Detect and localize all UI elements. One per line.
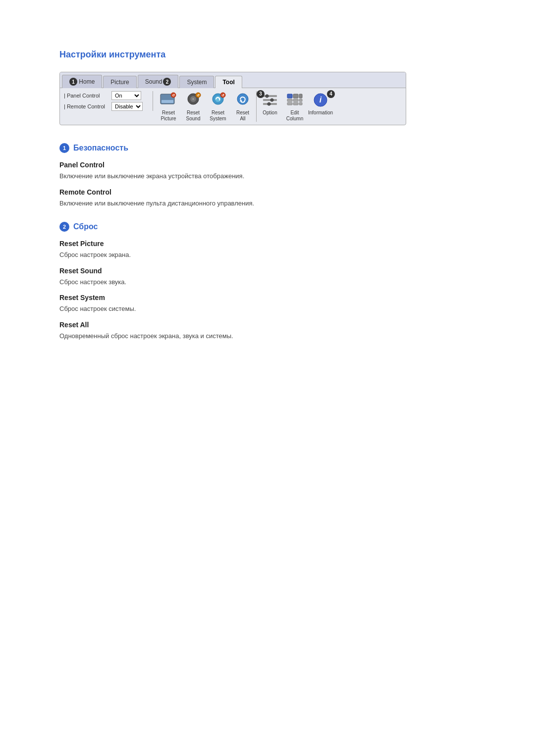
reset-sound-label: ResetSound xyxy=(186,110,201,122)
toolbar-body: | Panel Control On Off | Remote Control … xyxy=(60,88,406,125)
reset-sound-icon: ↺ xyxy=(184,91,202,109)
section-security: 1 Безопасность Panel Control Включение и… xyxy=(59,143,476,208)
reset-system-text: Сброс настроек системы. xyxy=(59,304,476,314)
badge-2: 2 xyxy=(163,78,171,86)
toolbar: 1 Home Picture Sound2 System Tool | Pane… xyxy=(59,72,406,125)
information-button[interactable]: 4 i Information xyxy=(308,91,333,116)
subsection-reset-picture: Reset Picture Сброс настроек экрана. xyxy=(59,240,476,260)
remote-control-row: | Remote Control Disable Enable xyxy=(64,102,149,111)
svg-rect-27 xyxy=(287,102,292,105)
svg-rect-26 xyxy=(299,99,302,101)
edit-column-button[interactable]: EditColumn xyxy=(283,91,306,122)
remote-control-text: Включение или выключение пульта дистанци… xyxy=(59,199,476,208)
reset-system-button[interactable]: ↺ ResetSystem xyxy=(207,91,229,122)
tab-tool[interactable]: Tool xyxy=(215,76,242,88)
toolbar-right-icons: 3 Option xyxy=(259,91,333,122)
subsection-remote-control: Remote Control Включение или выключение … xyxy=(59,188,476,208)
toolbar-tabs: 1 Home Picture Sound2 System Tool xyxy=(60,72,406,88)
panel-control-select[interactable]: On Off xyxy=(111,91,141,100)
svg-point-20 xyxy=(268,102,270,105)
reset-system-label: ResetSystem xyxy=(210,110,226,122)
toolbar-left-panel: | Panel Control On Off | Remote Control … xyxy=(64,91,153,111)
subsection-reset-system: Reset System Сброс настроек системы. xyxy=(59,294,476,314)
section-title-security: Безопасность xyxy=(73,144,128,152)
panel-control-row: | Panel Control On Off xyxy=(64,91,149,100)
reset-sound-text: Сброс настроек звука. xyxy=(59,277,476,287)
panel-control-heading: Panel Control xyxy=(59,161,476,169)
svg-rect-21 xyxy=(287,94,292,98)
toolbar-reset-icons: ↺ ResetPicture ↺ ResetSound xyxy=(157,91,254,122)
page-title: Настройки инструмента xyxy=(59,50,476,60)
reset-system-icon: ↺ xyxy=(209,91,227,109)
section-badge-1: 1 xyxy=(59,143,69,153)
section-reset-header: 2 Сброс xyxy=(59,222,476,232)
tab-sound[interactable]: Sound2 xyxy=(138,75,179,88)
section-security-header: 1 Безопасность xyxy=(59,143,476,153)
reset-system-heading: Reset System xyxy=(59,294,476,302)
subsection-panel-control: Panel Control Включение или выключение э… xyxy=(59,161,476,181)
svg-text:↺: ↺ xyxy=(197,94,200,97)
reset-all-heading: Reset All xyxy=(59,321,476,329)
reset-all-label: ResetAll xyxy=(236,110,249,122)
svg-rect-23 xyxy=(299,94,302,98)
svg-point-16 xyxy=(266,95,268,98)
svg-rect-1 xyxy=(161,100,173,103)
svg-rect-17 xyxy=(263,99,277,101)
panel-control-label: | Panel Control xyxy=(64,93,108,99)
svg-text:i: i xyxy=(320,96,322,104)
svg-rect-29 xyxy=(299,102,302,105)
svg-point-13 xyxy=(237,94,248,104)
tab-system[interactable]: System xyxy=(179,76,214,88)
svg-text:↺: ↺ xyxy=(221,94,224,97)
edit-column-icon xyxy=(286,91,304,109)
reset-sound-button[interactable]: ↺ ResetSound xyxy=(182,91,205,122)
svg-rect-15 xyxy=(263,95,277,97)
tab-home[interactable]: 1 Home xyxy=(62,75,102,88)
svg-rect-24 xyxy=(287,99,292,101)
reset-picture-heading: Reset Picture xyxy=(59,240,476,248)
section-reset: 2 Сброс Reset Picture Сброс настроек экр… xyxy=(59,222,476,341)
information-label: Information xyxy=(308,110,333,116)
subsection-reset-all: Reset All Одновременный сброс настроек э… xyxy=(59,321,476,341)
svg-text:↺: ↺ xyxy=(172,94,175,97)
remote-control-label: | Remote Control xyxy=(64,103,108,109)
badge-3: 3 xyxy=(257,90,265,98)
badge-4: 4 xyxy=(327,90,335,98)
reset-all-text: Одновременный сброс настроек экрана, зву… xyxy=(59,331,476,341)
reset-picture-text: Сброс настроек экрана. xyxy=(59,250,476,260)
reset-picture-label: ResetPicture xyxy=(160,110,176,122)
reset-all-icon xyxy=(234,91,252,109)
section-title-reset: Сброс xyxy=(73,222,98,231)
reset-all-button[interactable]: ResetAll xyxy=(231,91,254,122)
reset-picture-icon: ↺ xyxy=(160,91,177,109)
remote-control-select[interactable]: Disable Enable xyxy=(111,102,143,111)
option-label: Option xyxy=(263,110,277,116)
panel-control-text: Включение или выключение экрана устройст… xyxy=(59,171,476,181)
svg-rect-25 xyxy=(293,99,298,101)
reset-sound-heading: Reset Sound xyxy=(59,267,476,275)
svg-point-18 xyxy=(270,99,273,101)
svg-rect-22 xyxy=(293,94,298,98)
badge-1: 1 xyxy=(69,78,77,86)
svg-point-6 xyxy=(192,98,194,100)
reset-picture-button[interactable]: ↺ ResetPicture xyxy=(157,91,180,122)
svg-rect-28 xyxy=(293,102,298,105)
edit-column-label: EditColumn xyxy=(286,110,303,122)
subsection-reset-sound: Reset Sound Сброс настроек звука. xyxy=(59,267,476,287)
remote-control-heading: Remote Control xyxy=(59,188,476,196)
section-badge-2: 2 xyxy=(59,222,69,232)
tab-picture[interactable]: Picture xyxy=(103,76,136,88)
option-button[interactable]: 3 Option xyxy=(259,91,281,116)
